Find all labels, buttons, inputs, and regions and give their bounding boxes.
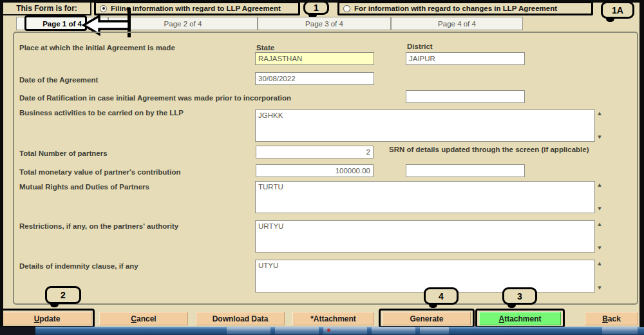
business-activities-textarea[interactable]: JGHKK xyxy=(255,110,595,142)
business-activities-label: Business activities to be carried on by … xyxy=(19,108,184,117)
generate-button-label: Generate xyxy=(410,314,443,323)
tab-page-3[interactable]: Page 3 of 4 xyxy=(258,17,391,30)
cancel-button[interactable]: Cancel xyxy=(99,312,188,325)
scroll-down-icon[interactable]: ▼ xyxy=(596,245,603,251)
callout-2: 2 xyxy=(45,286,81,304)
district-label: District xyxy=(407,42,433,51)
mutual-rights-textarea[interactable]: TURTU xyxy=(255,181,595,213)
state-input[interactable] xyxy=(255,52,374,65)
frame-right xyxy=(639,0,644,327)
ratification-date-input[interactable] xyxy=(406,90,525,103)
taskbar-item[interactable] xyxy=(275,327,319,334)
contribution-input[interactable] xyxy=(256,164,374,177)
form-type-label: This Form is for: xyxy=(3,3,91,15)
callout-1: 1 xyxy=(303,1,329,15)
tab-page-4[interactable]: Page 4 of 4 xyxy=(391,17,523,30)
restrictions-textarea[interactable]: URTYU xyxy=(255,220,595,253)
taskbar-item[interactable] xyxy=(372,327,415,334)
tab-page-1-label: Page 1 of 4 xyxy=(43,20,82,28)
ratification-date-label: Date of Ratification in case initial Agr… xyxy=(19,93,291,102)
taskbar-notification-dot xyxy=(327,329,330,332)
scroll-down-icon[interactable]: ▼ xyxy=(596,285,603,291)
radio-option-changes[interactable]: For information with regard to changes i… xyxy=(337,1,593,15)
frame-left xyxy=(0,0,3,327)
attachment-star-button-label: *Attachment xyxy=(310,314,356,323)
scroll-up-icon[interactable]: ▲ xyxy=(596,111,603,117)
state-label: State xyxy=(256,43,274,52)
indemnity-label: Details of indemnity clause, if any xyxy=(19,262,138,271)
radio-option-filing-label: Filing information with regard to LLP Ag… xyxy=(111,5,281,12)
contribution-label: Total monetary value of partner's contri… xyxy=(19,168,180,177)
radio-option-changes-label: For information with regard to changes i… xyxy=(354,5,557,12)
tab-page-2-label: Page 2 of 4 xyxy=(164,20,202,28)
mutual-rights-label: Mutual Rights and Duties of Partners xyxy=(19,182,149,191)
callout-4: 4 xyxy=(424,287,459,305)
place-label: Place at which the initial Agreement is … xyxy=(19,43,175,52)
scroll-up-icon[interactable]: ▲ xyxy=(596,222,603,227)
update-button-label: Update xyxy=(34,314,61,323)
agreement-date-input[interactable] xyxy=(255,72,374,85)
scroll-down-icon[interactable]: ▼ xyxy=(596,206,603,212)
scroll-up-icon[interactable]: ▲ xyxy=(596,182,603,188)
callout-3: 3 xyxy=(502,287,537,305)
tab-page-4-label: Page 4 of 4 xyxy=(438,20,476,28)
attachment-button-label: Attachment xyxy=(498,314,541,323)
srn-input[interactable] xyxy=(406,164,525,177)
attachment-star-button[interactable]: *Attachment xyxy=(292,312,374,325)
taskbar-item[interactable] xyxy=(0,327,35,335)
tab-page-3-label: Page 3 of 4 xyxy=(305,20,343,28)
download-data-button[interactable]: Download Data xyxy=(196,312,285,325)
total-partners-input[interactable] xyxy=(256,146,374,158)
back-button[interactable]: Back xyxy=(585,312,638,325)
back-button-label: Back xyxy=(602,314,621,323)
total-partners-label: Total Number of partners xyxy=(19,149,108,158)
update-button[interactable]: Update xyxy=(3,312,91,325)
agreement-date-label: Date of the Agreement xyxy=(19,75,98,84)
callout-1a: 1A xyxy=(601,1,634,19)
district-input[interactable] xyxy=(406,52,525,65)
restrictions-label: Restrictions, if any, on the partners' a… xyxy=(19,222,178,231)
srn-label: SRN of details updated through the scree… xyxy=(389,145,601,154)
radio-unselected-icon[interactable] xyxy=(343,5,350,12)
taskbar-item[interactable] xyxy=(420,327,449,334)
attachment-button[interactable]: Attachment xyxy=(479,312,561,325)
frame-top xyxy=(0,0,644,3)
taskbar-item[interactable] xyxy=(602,327,638,334)
download-data-button-label: Download Data xyxy=(213,314,269,323)
scroll-up-icon[interactable]: ▲ xyxy=(596,261,603,267)
taskbar[interactable] xyxy=(0,327,644,335)
taskbar-item[interactable] xyxy=(227,327,270,334)
scroll-down-icon[interactable]: ▼ xyxy=(596,135,603,140)
indemnity-textarea[interactable]: UTYU xyxy=(255,260,595,292)
cancel-button-label: Cancel xyxy=(131,314,156,323)
generate-button[interactable]: Generate xyxy=(383,312,471,325)
